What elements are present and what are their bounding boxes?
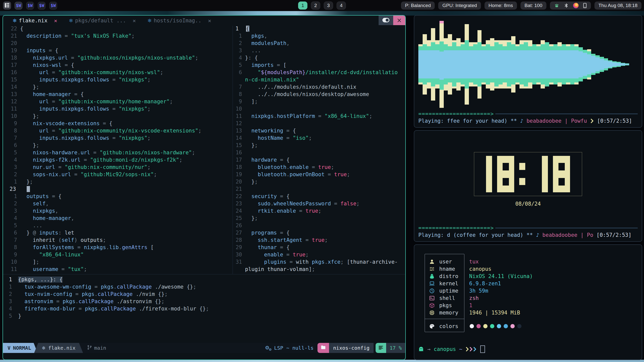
line-number: 9 xyxy=(3,120,20,128)
pane-pkgs-default-bottom[interactable]: 1{pkgs, ...}: {1 tux-awesome-wm-config =… xyxy=(3,275,405,324)
tag-button-1[interactable]: 1 xyxy=(298,2,307,10)
clock-space xyxy=(530,156,537,192)
window-close-button[interactable]: × xyxy=(393,16,405,25)
visualizer-column xyxy=(524,19,528,110)
tag-button-2[interactable]: 2 xyxy=(311,2,320,10)
tab-pkgs-default-[interactable]: ❄pkgs/default ...× xyxy=(69,18,136,24)
line-number: 3 xyxy=(234,48,245,55)
pane-flake-nix-left[interactable]: 22{21 description = "tux's NixOS Flake";… xyxy=(3,26,232,274)
visualizer-column xyxy=(595,19,600,110)
code-line: 5 imports = [ xyxy=(234,62,405,69)
line-number: 1 xyxy=(3,284,18,291)
toggle-icon xyxy=(382,18,390,23)
file-label: flake.nix xyxy=(48,345,75,351)
track-progress-middle: =====================> xyxy=(418,225,638,231)
phone-icon[interactable] xyxy=(583,3,587,8)
firefox-icon[interactable] xyxy=(573,3,579,8)
datetime-widget[interactable]: Thu Aug 08, 18:18 xyxy=(594,2,641,10)
visualizer-column xyxy=(570,19,575,110)
pane-iso-image-right[interactable]: 1{1 pkgs,2 modulesPath,3 ...4}: {5 impor… xyxy=(233,26,405,274)
line-number: 22 xyxy=(3,26,20,33)
code-line: 8 forAllSystems = nixpkgs.lib.genAttrs [ xyxy=(3,244,232,252)
top-bar: $W$W$W$W 1234 P: BalancedGPU: Integrated… xyxy=(0,0,644,11)
visualizer-column xyxy=(633,19,638,110)
line-number: 9 xyxy=(234,99,245,106)
code-line: 25 }; xyxy=(234,215,405,222)
chip-icon xyxy=(429,310,435,316)
visualizer-column xyxy=(608,19,612,110)
close-icon: × xyxy=(397,17,402,24)
vpn-icon[interactable] xyxy=(554,3,559,8)
line-number: 18 xyxy=(234,164,245,171)
line-number: 16 xyxy=(3,69,20,77)
visualizer-column xyxy=(431,19,435,110)
fetch-row-distro: distroNixOS 24.11 (Vicuna) xyxy=(414,273,642,280)
code-line: 2 modulesPath, xyxy=(234,40,405,48)
line-number: 5 xyxy=(3,150,20,157)
shell-prompt[interactable]: → canopus ~ xyxy=(418,345,485,353)
fetch-label: memory xyxy=(439,310,458,316)
workspace-buttons: $W$W$W$W xyxy=(15,2,57,10)
code-line: 6 }; xyxy=(3,142,232,150)
line-number: 21 xyxy=(234,186,245,193)
gear-icon: ⚙⚙ xyxy=(265,345,272,351)
line-number: 1 xyxy=(3,277,18,284)
tab-hosts-isoImag-[interactable]: ❄hosts/isoImag..× xyxy=(147,18,211,24)
code-line: plugin thunar-volman]; xyxy=(234,266,405,274)
line-number: 10 xyxy=(234,106,245,113)
line-number: 1 xyxy=(234,26,246,33)
code-text: { xyxy=(20,26,23,33)
fetch-row-pkgs: pkgs1 xyxy=(414,302,642,309)
workspace-button-3[interactable]: $W xyxy=(38,2,46,10)
playing-text: [0:57/2:53] xyxy=(594,118,632,124)
hostname-icon xyxy=(429,266,435,272)
code-line: 23 xyxy=(3,186,232,193)
code-text: hostName = "iso"; xyxy=(245,135,312,142)
code-line: 2 tux-nvim-config = pkgs.callPackage ./n… xyxy=(3,291,405,298)
code-line: 2 sops-nix.url = "github:Mic92/sops-nix"… xyxy=(3,171,232,179)
code-text: inputs.nixpkgs.follows = "nixpkgs"; xyxy=(20,106,150,113)
code-line: 24 rtkit.enable = true; xyxy=(234,208,405,215)
code-text: url = "github:nix-community/home-manager… xyxy=(20,99,173,106)
window-toggle-button[interactable] xyxy=(379,16,393,25)
code-line: 14 }; xyxy=(3,84,232,91)
line-number: 20 xyxy=(3,40,20,48)
code-line: 28 ssh.startAgent = true; xyxy=(234,237,405,244)
package-icon xyxy=(429,302,435,308)
statusline-fill xyxy=(110,343,261,353)
code-text: }; xyxy=(20,84,39,91)
code-text: bluetooth.enable = true; xyxy=(245,164,334,171)
line-number: 8 xyxy=(3,244,20,252)
code-line: 18 nixpkgs.url = "github:nixos/nixpkgs/n… xyxy=(3,55,232,62)
code-text: sudo.wheelNeedsPassword = false; xyxy=(245,201,359,208)
line-number: 11 xyxy=(3,266,20,274)
line-number: 22 xyxy=(234,193,245,201)
tag-button-3[interactable]: 3 xyxy=(324,2,333,10)
git-branch-icon xyxy=(87,345,92,351)
tab-close-icon[interactable]: × xyxy=(133,18,136,24)
launcher-button[interactable] xyxy=(3,2,11,10)
code-text: }; xyxy=(245,142,258,150)
line-number: 4 xyxy=(3,215,20,222)
line-number: 6 xyxy=(3,142,20,150)
chevron-right-icon xyxy=(590,118,594,124)
palette-dot xyxy=(470,324,474,328)
tab-close-icon[interactable]: × xyxy=(54,18,57,24)
prompt-chevron-icon xyxy=(469,346,473,352)
code-line: 21 description = "tux's NixOS Flake"; xyxy=(3,33,232,40)
terminal-cursor[interactable] xyxy=(480,345,485,353)
code-text: ../../modules/nixos/default.nix xyxy=(245,84,356,91)
workspace-button-2[interactable]: $W xyxy=(26,2,34,10)
fetch-colors-row: colors xyxy=(414,323,642,330)
tab-close-icon[interactable]: × xyxy=(208,18,211,24)
tag-button-4[interactable]: 4 xyxy=(337,2,346,10)
nix-snowflake-icon: ❄ xyxy=(69,18,73,24)
code-text: } @ inputs: let xyxy=(20,230,74,237)
bluetooth-icon[interactable] xyxy=(564,3,569,8)
workspace-button-1[interactable]: $W xyxy=(15,2,22,10)
code-line: 19 inputs = { xyxy=(3,48,232,55)
code-line: 8 ../../modules/nixos/desktop/awesome xyxy=(234,91,405,99)
workspace-button-4[interactable]: $W xyxy=(49,2,57,10)
tab-flake-nix[interactable]: ❄flake.nix× xyxy=(13,18,57,24)
visualizer-column xyxy=(418,19,423,110)
